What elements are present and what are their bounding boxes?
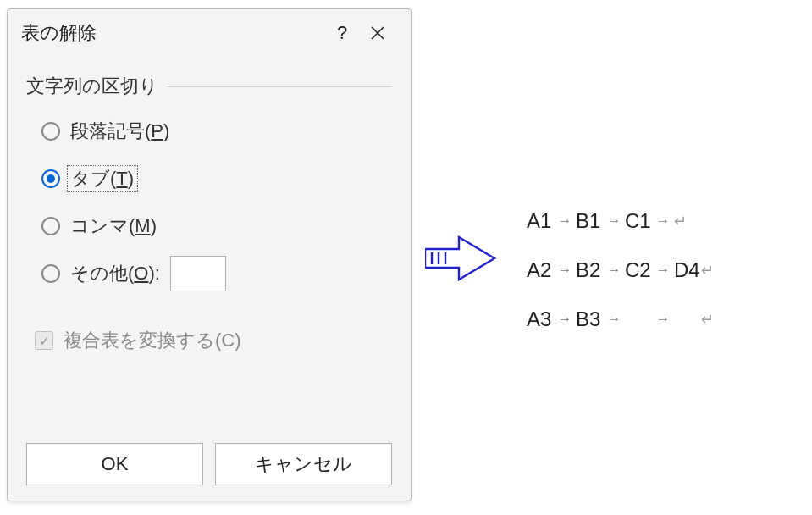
tab-mark-icon: → [603,295,625,344]
paragraph-mark-icon: ↵ [701,246,718,295]
result-preview: A1→B1→C1→↵ A2→B2→C2→D4↵ A3→B3→→↵ [527,197,718,344]
tab-mark-icon: → [554,246,576,295]
radio-icon [41,217,60,235]
tab-mark-icon: → [652,197,674,246]
nested-table-checkbox: ✓ 複合表を変換する(C) [35,328,392,353]
radio-paragraph[interactable]: 段落記号(P) [41,111,392,152]
separator-group: 文字列の区切り [26,74,392,99]
result-row: A3→B3→→↵ [527,295,718,344]
radio-comma[interactable]: コンマ(M) [41,206,392,246]
radio-icon [41,169,60,188]
dialog-content: 文字列の区切り 段落記号(P) タブ(T) コンマ(M) その他(O): ✓ 複… [8,55,411,443]
tab-mark-icon: → [652,295,674,344]
radio-tab-label: タブ(T) [67,165,138,192]
separator-group-label: 文字列の区切り [26,74,158,99]
tab-mark-icon: → [554,295,576,344]
help-button[interactable]: ? [324,16,360,50]
nested-table-checkbox-label: 複合表を変換する(C) [64,328,241,353]
radio-other[interactable]: その他(O): [41,253,392,294]
other-separator-input[interactable] [170,256,226,291]
close-icon [370,25,385,41]
ok-button[interactable]: OK [26,443,203,485]
radio-icon [41,122,60,141]
convert-table-dialog: 表の解除 ? 文字列の区切り 段落記号(P) タブ(T) コンマ(M) [7,8,412,501]
checkbox-icon: ✓ [35,331,53,350]
tab-mark-icon: → [554,197,576,246]
paragraph-mark-icon: ↵ [701,295,718,344]
dialog-title: 表の解除 [21,20,324,46]
radio-tab[interactable]: タブ(T) [41,158,392,199]
dialog-titlebar: 表の解除 ? [8,9,411,55]
tab-mark-icon: → [603,246,625,295]
radio-paragraph-label: 段落記号(P) [70,119,169,144]
radio-icon [41,264,60,283]
arrow-icon [425,235,498,281]
close-button[interactable] [360,16,395,50]
tab-mark-icon: → [603,197,625,246]
cancel-button[interactable]: キャンセル [215,443,392,485]
radio-other-label: その他(O): [70,261,160,286]
tab-mark-icon: → [652,246,674,295]
button-row: OK キャンセル [8,443,411,501]
separator-line [167,86,392,87]
paragraph-mark-icon: ↵ [674,197,691,246]
result-row: A1→B1→C1→↵ [527,197,718,246]
radio-comma-label: コンマ(M) [70,213,157,239]
result-row: A2→B2→C2→D4↵ [527,246,718,295]
